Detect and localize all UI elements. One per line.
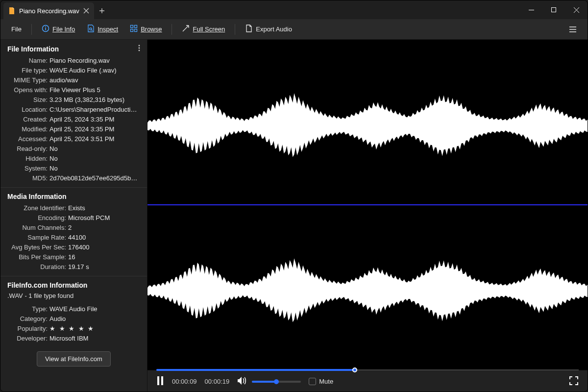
mute-toggle[interactable]: Mute [309,378,333,385]
file-information-heading: File Information [7,45,59,53]
fileinfocom-subtext: .WAV - 1 file type found [7,292,140,299]
expand-button[interactable] [569,376,579,387]
inspect-icon [87,24,95,34]
info-row: Avg Bytes Per Sec:176400 [7,243,140,252]
inspect-button[interactable]: Inspect [82,22,123,37]
file-icon [8,7,15,14]
volume-icon[interactable] [237,376,247,387]
hamburger-menu[interactable] [564,23,582,36]
info-row-value: No [49,144,140,154]
info-row-label: Type: [7,304,49,314]
volume-slider[interactable] [252,381,301,383]
volume-thumb[interactable] [274,379,279,384]
fileinfocom-heading: FileInfo.com Information [7,281,87,289]
file-tab[interactable]: Piano Recording.wav [3,2,94,19]
waveform-left-channel [147,89,588,162]
browse-icon [130,24,138,34]
close-window-button[interactable] [565,0,588,19]
info-row: Modified:April 25, 2024 3:35 PM [7,124,140,134]
svg-rect-7 [131,29,133,32]
info-row-value: 2d70eb0812de57ee6295d5bd73017e19 [49,173,140,183]
info-row-label: MIME Type: [7,75,49,85]
info-row-label: Category: [7,314,49,324]
info-row-value: No [49,154,140,164]
svg-rect-3 [45,26,46,27]
browse-button[interactable]: Browse [125,22,167,37]
info-row: Accessed:April 25, 2024 3:51 PM [7,134,140,144]
minimize-button[interactable] [520,0,542,19]
info-row-label: Hidden: [7,154,49,164]
info-row: Popularity:★ ★ ★ ★ ★ [7,324,140,334]
file-info-button[interactable]: File Info [37,22,80,37]
info-row-label: Encoding: [7,213,68,223]
export-audio-button[interactable]: Export Audio [240,22,297,37]
info-row: System:No [7,164,140,173]
export-icon [245,24,253,34]
channel-divider [147,204,588,205]
mute-checkbox[interactable] [309,378,316,385]
info-row-value: Exists [68,203,140,213]
new-tab-button[interactable] [94,2,110,19]
info-row-value: 2 [68,223,140,233]
info-row-value: Microsoft IBM [49,334,140,343]
info-row-value: 19.17 s [68,262,140,272]
close-tab-icon[interactable] [83,8,89,14]
info-row-value: April 25, 2024 3:35 PM [49,124,140,134]
info-row-value: WAVE Audio File [49,304,140,314]
info-row-value: C:\Users\SharpenedProductions\Do... [49,105,140,115]
info-row: Duration:19.17 s [7,262,140,272]
waveform-right-channel [147,254,588,327]
info-row-label: Created: [7,115,49,124]
media-information-heading: Media Information [7,193,67,200]
svg-rect-2 [45,28,46,30]
info-row-label: Location: [7,105,49,115]
info-row-label: Accessed: [7,134,49,144]
info-row: Zone Identifier:Exists [7,203,140,213]
progress-thumb[interactable] [352,368,357,372]
svg-rect-5 [131,25,133,28]
playback-progress[interactable] [156,368,579,371]
info-row-value: No [49,164,140,173]
svg-rect-8 [135,29,137,32]
info-row: Type:WAVE Audio File [7,304,140,314]
info-row-value: File Viewer Plus 5 [49,85,140,95]
tab-title: Piano Recording.wav [19,7,79,15]
info-row: Sample Rate:44100 [7,233,140,243]
info-row-value: 176400 [68,243,140,252]
info-row-value: audio/wav [49,75,140,85]
view-at-fileinfo-button[interactable]: View at FileInfo.com [37,351,111,367]
file-menu[interactable]: File [6,23,26,36]
info-row: Num Channels:2 [7,223,140,233]
more-icon[interactable] [138,45,140,53]
info-row-value: WAVE Audio File (.wav) [49,66,140,75]
info-row-value: Audio [49,314,140,324]
info-row-label: MD5: [7,173,49,183]
info-row-label: Modified: [7,124,49,134]
svg-point-4 [90,28,92,30]
info-row: Read-only:No [7,144,140,154]
info-sidebar: File Information Name:Piano Recording.wa… [0,40,147,392]
info-row: Bits Per Sample:16 [7,252,140,262]
info-row-label: Name: [7,56,49,66]
info-row: Size:3.23 MB (3,382,316 bytes) [7,95,140,105]
info-row: Name:Piano Recording.wav [7,56,140,66]
pause-button[interactable] [156,376,164,387]
info-icon [42,24,49,34]
info-row-value: Piano Recording.wav [49,56,140,66]
waveform-viewer: 00:00:09 00:00:19 Mute [147,40,588,392]
info-row-value: 3.23 MB (3,382,316 bytes) [49,95,140,105]
info-row: Hidden:No [7,154,140,164]
info-row: MIME Type:audio/wav [7,75,140,85]
mute-label: Mute [319,378,333,385]
info-row-label: System: [7,164,49,173]
svg-rect-12 [157,376,159,385]
info-row-label: Duration: [7,262,68,272]
full-screen-button[interactable]: Full Screen [177,22,230,37]
fullscreen-icon [182,24,190,34]
svg-rect-0 [551,7,556,12]
maximize-button[interactable] [542,0,565,19]
svg-point-11 [139,50,140,51]
info-row-label: Zone Identifier: [7,203,68,213]
current-time: 00:00:09 [172,378,197,385]
info-row: Opens with:File Viewer Plus 5 [7,85,140,95]
